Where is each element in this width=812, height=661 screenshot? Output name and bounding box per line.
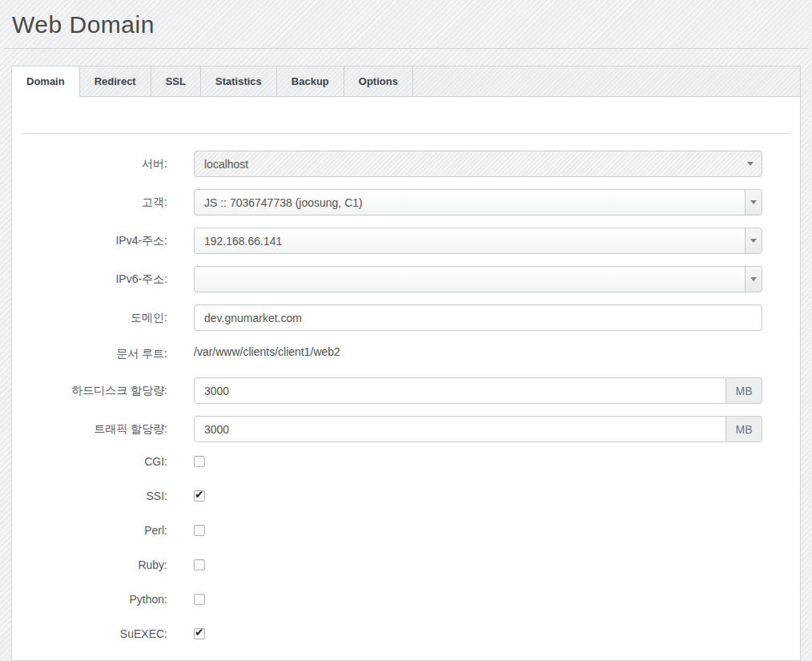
ipv6-label: IPv6-주소: [12, 272, 194, 287]
document-root-row: 문서 루트: /var/www/clients/client1/web2 [12, 343, 800, 365]
ipv4-label: IPv4-주소: [12, 234, 194, 248]
domain-row: 도메인: [12, 304, 800, 331]
cgi-row: CGI: [12, 454, 800, 468]
chevron-down-icon [747, 162, 754, 166]
ipv6-select[interactable] [194, 266, 762, 292]
title-divider [4, 48, 808, 49]
ssi-label: SSI: [12, 490, 194, 502]
domain-form: 서버: localhost 고객: JS :: 7036747738 (joos… [12, 151, 800, 640]
harddisk-quota-row: 하드디스크 할당량: MB [12, 377, 800, 404]
perl-label: Perl: [12, 524, 194, 537]
document-root-value: /var/www/clients/client1/web2 [194, 345, 762, 363]
ssi-checkbox[interactable] [194, 490, 205, 502]
domain-label: 도메인: [12, 311, 194, 325]
chevron-down-icon [750, 277, 757, 281]
server-label: 서버: [12, 157, 194, 171]
server-select-value: localhost [195, 158, 747, 171]
ruby-checkbox[interactable] [194, 559, 205, 570]
suexec-label: SuEXEC: [12, 627, 194, 640]
client-select-arrow[interactable] [745, 190, 762, 215]
cgi-label: CGI: [12, 455, 194, 468]
ipv4-select[interactable]: 192.168.66.141 [194, 228, 762, 254]
perl-checkbox[interactable] [194, 525, 205, 536]
perl-row: Perl: [12, 523, 800, 537]
chevron-down-icon [750, 200, 757, 204]
traffic-quota-unit: MB [726, 416, 762, 442]
tab-redirect[interactable]: Redirect [80, 67, 151, 96]
domain-input[interactable] [194, 304, 762, 331]
feature-checkboxes: CGI: SSI: Perl: Ruby: Python: SuEXEC: [12, 454, 800, 640]
harddisk-quota-input[interactable] [194, 377, 726, 404]
tab-statistics[interactable]: Statistics [201, 67, 277, 96]
traffic-quota-label: 트래픽 할당량: [12, 422, 194, 437]
tabbar: Domain Redirect SSL Statistics Backup Op… [12, 67, 800, 97]
server-select[interactable]: localhost [194, 151, 762, 177]
python-row: Python: [12, 592, 800, 606]
tab-domain[interactable]: Domain [12, 67, 80, 97]
client-select[interactable]: JS :: 7036747738 (joosung, C1) [194, 189, 762, 216]
ipv4-select-value: 192.168.66.141 [195, 235, 745, 248]
client-label: 고객: [12, 195, 194, 210]
section-divider [23, 133, 789, 134]
traffic-quota-input[interactable] [194, 416, 726, 442]
tab-options[interactable]: Options [344, 67, 413, 96]
cgi-checkbox[interactable] [194, 456, 205, 467]
ruby-row: Ruby: [12, 558, 800, 571]
ipv4-row: IPv4-주소: 192.168.66.141 [12, 228, 800, 254]
chevron-down-icon [750, 239, 757, 243]
suexec-checkbox[interactable] [194, 628, 205, 639]
ipv6-row: IPv6-주소: [12, 266, 800, 292]
harddisk-quota-label: 하드디스크 할당량: [12, 384, 194, 398]
python-checkbox[interactable] [194, 594, 205, 605]
client-select-value: JS :: 7036747738 (joosung, C1) [195, 196, 745, 209]
suexec-row: SuEXEC: [12, 627, 800, 640]
document-root-label: 문서 루트: [12, 347, 194, 361]
harddisk-quota-unit: MB [726, 377, 762, 404]
ipv6-select-arrow[interactable] [745, 267, 762, 292]
tab-backup[interactable]: Backup [277, 67, 344, 96]
client-row: 고객: JS :: 7036747738 (joosung, C1) [12, 189, 800, 216]
ruby-label: Ruby: [12, 558, 194, 571]
python-label: Python: [12, 593, 194, 606]
ipv4-select-arrow[interactable] [745, 228, 762, 253]
server-row: 서버: localhost [12, 151, 800, 177]
web-domain-panel: Domain Redirect SSL Statistics Backup Op… [11, 66, 801, 661]
tab-ssl[interactable]: SSL [151, 67, 201, 96]
traffic-quota-row: 트래픽 할당량: MB [12, 416, 800, 442]
ssi-row: SSI: [12, 489, 800, 502]
page-title: Web Domain [12, 10, 812, 39]
